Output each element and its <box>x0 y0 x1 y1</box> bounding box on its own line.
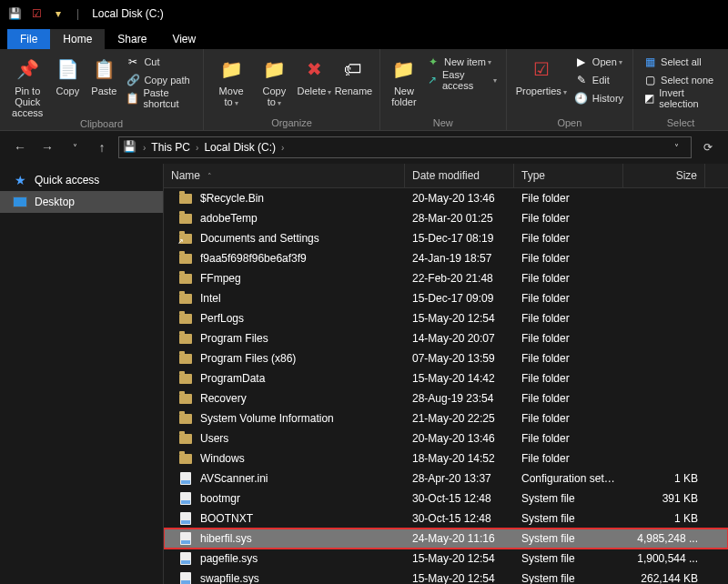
sidebar-item-quick-access[interactable]: ★ Quick access <box>0 169 163 191</box>
paste-shortcut-icon: 📋 <box>126 91 139 106</box>
file-row[interactable]: ProgramData15-May-20 14:42File folder <box>164 368 728 388</box>
file-name: Recovery <box>200 392 247 405</box>
move-to-button[interactable]: 📁Move to▾ <box>209 51 253 108</box>
paste-button[interactable]: 📋 Paste <box>86 51 122 96</box>
cut-button[interactable]: ✂Cut <box>122 53 197 71</box>
file-name: f9aa5f698f96be6af3f9 <box>200 252 307 265</box>
sort-indicator-icon: ˄ <box>207 172 212 181</box>
ribbon-group-label: Select <box>667 117 695 130</box>
back-button[interactable]: ← <box>9 136 31 158</box>
file-row[interactable]: $Recycle.Bin20-May-20 13:46File folder <box>164 188 728 208</box>
file-row[interactable]: bootmgr30-Oct-15 12:48System file391 KB <box>164 488 728 508</box>
file-row[interactable]: AVScanner.ini28-Apr-20 13:37Configuratio… <box>164 468 728 488</box>
file-date: 22-Feb-20 21:48 <box>405 272 514 285</box>
easy-access-button[interactable]: ↗Easy access▾ <box>422 71 500 89</box>
column-headers: Name˄ Date modified Type Size <box>164 164 728 188</box>
folder-icon <box>178 271 193 286</box>
address-dropdown[interactable]: ˅ <box>665 136 687 158</box>
chevron-right-icon[interactable]: › <box>141 143 147 153</box>
file-row[interactable]: System Volume Information21-May-20 22:25… <box>164 408 728 428</box>
tab-share[interactable]: Share <box>105 29 159 49</box>
tab-home[interactable]: Home <box>50 29 105 49</box>
file-row[interactable]: Program Files (x86)07-May-20 13:59File f… <box>164 348 728 368</box>
file-icon <box>178 511 193 526</box>
copy-to-icon: 📁 <box>259 55 288 84</box>
properties-button[interactable]: ☑Properties▾ <box>512 51 571 97</box>
file-type: File folder <box>514 212 623 225</box>
file-row[interactable]: FFmpeg22-Feb-20 21:48File folder <box>164 268 728 288</box>
file-name: Intel <box>200 292 221 305</box>
folder-qat-icon[interactable]: ▾ <box>51 6 66 21</box>
copy-to-button[interactable]: 📁Copy to▾ <box>253 51 296 108</box>
file-row[interactable]: Windows18-May-20 14:52File folder <box>164 448 728 468</box>
file-row[interactable]: swapfile.sys15-May-20 12:54System file26… <box>164 569 728 584</box>
recent-dropdown[interactable]: ˅ <box>64 136 86 158</box>
file-date: 20-May-20 13:46 <box>405 432 514 445</box>
file-row[interactable]: Program Files14-May-20 20:07File folder <box>164 328 728 348</box>
folder-icon <box>178 331 193 346</box>
file-icon <box>178 471 193 486</box>
select-all-button[interactable]: ▦Select all <box>639 53 723 71</box>
tab-file[interactable]: File <box>7 29 50 49</box>
file-name: ProgramData <box>200 372 265 385</box>
column-name[interactable]: Name˄ <box>164 164 405 187</box>
rename-icon: 🏷 <box>339 55 368 84</box>
breadcrumb[interactable]: 💾 › This PC › Local Disk (C:) › ˅ <box>118 136 692 158</box>
copy-path-button[interactable]: 🔗Copy path <box>122 71 197 89</box>
paste-shortcut-button[interactable]: 📋Paste shortcut <box>122 89 197 107</box>
file-list-pane: Name˄ Date modified Type Size $Recycle.B… <box>164 164 728 584</box>
chevron-right-icon[interactable]: › <box>194 143 200 153</box>
breadcrumb-this-pc[interactable]: This PC <box>147 141 194 154</box>
select-none-button[interactable]: ▢Select none <box>639 71 723 89</box>
file-row[interactable]: Intel15-Dec-17 09:09File folder <box>164 288 728 308</box>
column-type[interactable]: Type <box>514 164 623 187</box>
tab-view[interactable]: View <box>159 29 208 49</box>
up-button[interactable]: ↑ <box>91 136 113 158</box>
file-type: File folder <box>514 432 623 445</box>
file-date: 24-Jan-19 18:57 <box>405 252 514 265</box>
history-button[interactable]: 🕘History <box>571 89 627 107</box>
copy-button[interactable]: 📄 Copy <box>49 51 86 96</box>
drive-icon: 💾 <box>123 140 137 155</box>
open-button[interactable]: ▶Open▾ <box>571 53 627 71</box>
file-row[interactable]: Users20-May-20 13:46File folder <box>164 428 728 448</box>
file-name: pagefile.sys <box>200 552 258 565</box>
file-type: File folder <box>514 372 623 385</box>
pin-quick-access-button[interactable]: 📌 Pin to Quick access <box>5 51 49 118</box>
file-name: $Recycle.Bin <box>200 192 264 205</box>
breadcrumb-local-disk[interactable]: Local Disk (C:) <box>200 141 279 154</box>
select-none-icon: ▢ <box>642 73 657 87</box>
file-row[interactable]: PerfLogs15-May-20 12:54File folder <box>164 308 728 328</box>
file-type: File folder <box>514 392 623 405</box>
new-item-button[interactable]: ✦New item▾ <box>422 53 500 71</box>
sidebar-item-desktop[interactable]: Desktop <box>0 191 163 213</box>
ribbon: 📌 Pin to Quick access 📄 Copy 📋 Paste ✂Cu… <box>0 49 728 131</box>
rename-button[interactable]: 🏷Rename <box>333 51 374 96</box>
refresh-button[interactable]: ⟳ <box>697 136 719 158</box>
file-icon <box>178 531 193 546</box>
copy-path-icon: 🔗 <box>126 73 140 87</box>
content-area: ★ Quick access Desktop Name˄ Date modifi… <box>0 164 728 584</box>
file-row[interactable]: hiberfil.sys24-May-20 11:16System file4,… <box>164 529 728 549</box>
file-row[interactable]: adobeTemp28-Mar-20 01:25File folder <box>164 208 728 228</box>
new-folder-button[interactable]: 📁New folder <box>386 51 422 107</box>
file-icon <box>178 571 193 584</box>
invert-selection-button[interactable]: ◩Invert selection <box>639 89 723 107</box>
file-row[interactable]: f9aa5f698f96be6af3f924-Jan-19 18:57File … <box>164 248 728 268</box>
file-name: PerfLogs <box>200 312 244 325</box>
forward-button[interactable]: → <box>36 136 58 158</box>
file-row[interactable]: ↗Documents and Settings15-Dec-17 08:19Fi… <box>164 228 728 248</box>
column-date[interactable]: Date modified <box>405 164 514 187</box>
file-row[interactable]: pagefile.sys15-May-20 12:54System file1,… <box>164 549 728 569</box>
folder-shortcut-icon: ↗ <box>178 231 193 246</box>
qat-icon[interactable]: ☑ <box>29 6 44 21</box>
edit-button[interactable]: ✎Edit <box>571 71 627 89</box>
ribbon-group-new: 📁New folder ✦New item▾ ↗Easy access▾ New <box>380 49 507 130</box>
select-all-icon: ▦ <box>642 55 657 69</box>
column-size[interactable]: Size <box>623 164 705 187</box>
paste-icon: 📋 <box>89 55 118 84</box>
chevron-right-icon[interactable]: › <box>279 143 286 153</box>
file-row[interactable]: Recovery28-Aug-19 23:54File folder <box>164 388 728 408</box>
file-row[interactable]: BOOTNXT30-Oct-15 12:48System file1 KB <box>164 508 728 529</box>
delete-button[interactable]: ✖Delete▾ <box>296 51 333 97</box>
